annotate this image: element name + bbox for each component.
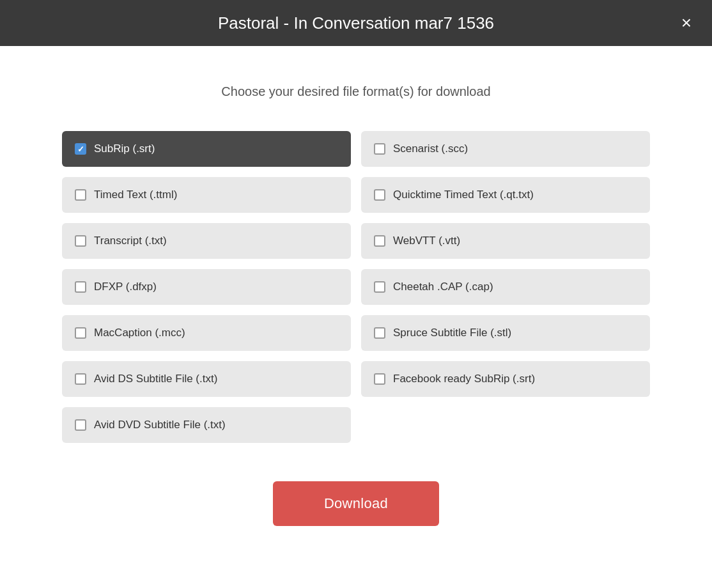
format-transcript[interactable]: ✓ Transcript (.txt) — [62, 223, 351, 259]
label-webvtt: WebVTT (.vtt) — [393, 235, 460, 247]
label-cheetah: Cheetah .CAP (.cap) — [393, 281, 493, 293]
checkbox-transcript: ✓ — [75, 235, 86, 247]
checkbox-cheetah: ✓ — [374, 281, 385, 293]
checkbox-scenarist: ✓ — [374, 143, 385, 155]
label-quicktime: Quicktime Timed Text (.qt.txt) — [393, 189, 534, 201]
format-scenarist[interactable]: ✓ Scenarist (.scc) — [361, 131, 650, 167]
checkbox-spruce: ✓ — [374, 327, 385, 339]
checkbox-quicktime: ✓ — [374, 189, 385, 201]
dialog-title: Pastoral - In Conversation mar7 1536 — [218, 13, 494, 33]
label-dfxp: DFXP (.dfxp) — [94, 281, 157, 293]
format-dfxp[interactable]: ✓ DFXP (.dfxp) — [62, 269, 351, 305]
label-transcript: Transcript (.txt) — [94, 235, 167, 247]
checkbox-facebook: ✓ — [374, 373, 385, 385]
checkbox-avid-dvd: ✓ — [75, 419, 86, 431]
label-maccaption: MacCaption (.mcc) — [94, 327, 185, 339]
format-facebook[interactable]: ✓ Facebook ready SubRip (.srt) — [361, 361, 650, 397]
check-subrip: ✓ — [77, 144, 84, 154]
format-subrip[interactable]: ✓ SubRip (.srt) — [62, 131, 351, 167]
format-webvtt[interactable]: ✓ WebVTT (.vtt) — [361, 223, 650, 259]
checkbox-dfxp: ✓ — [75, 281, 86, 293]
label-avid-dvd: Avid DVD Subtitle File (.txt) — [94, 419, 226, 431]
format-spruce[interactable]: ✓ Spruce Subtitle File (.stl) — [361, 315, 650, 351]
checkbox-webvtt: ✓ — [374, 235, 385, 247]
label-scenarist: Scenarist (.scc) — [393, 143, 468, 155]
title-bar: Pastoral - In Conversation mar7 1536 × — [0, 0, 712, 46]
content-area: Choose your desired file format(s) for d… — [0, 46, 712, 588]
label-facebook: Facebook ready SubRip (.srt) — [393, 373, 535, 385]
close-button[interactable]: × — [676, 12, 697, 35]
format-timedtext[interactable]: ✓ Timed Text (.ttml) — [62, 177, 351, 213]
checkbox-maccaption: ✓ — [75, 327, 86, 339]
format-avid-dvd[interactable]: ✓ Avid DVD Subtitle File (.txt) — [62, 407, 351, 443]
format-cheetah[interactable]: ✓ Cheetah .CAP (.cap) — [361, 269, 650, 305]
empty-cell — [361, 407, 650, 443]
formats-grid: ✓ SubRip (.srt) ✓ Scenarist (.scc) ✓ Tim… — [62, 131, 650, 443]
label-spruce: Spruce Subtitle File (.stl) — [393, 327, 511, 339]
label-timedtext: Timed Text (.ttml) — [94, 189, 177, 201]
format-maccaption[interactable]: ✓ MacCaption (.mcc) — [62, 315, 351, 351]
subtitle-text: Choose your desired file format(s) for d… — [221, 84, 490, 99]
checkbox-subrip: ✓ — [75, 143, 86, 155]
checkbox-avid-ds: ✓ — [75, 373, 86, 385]
format-avid-ds[interactable]: ✓ Avid DS Subtitle File (.txt) — [62, 361, 351, 397]
download-button[interactable]: Download — [273, 481, 439, 526]
dialog: Pastoral - In Conversation mar7 1536 × C… — [0, 0, 712, 588]
format-quicktime[interactable]: ✓ Quicktime Timed Text (.qt.txt) — [361, 177, 650, 213]
label-subrip: SubRip (.srt) — [94, 143, 155, 155]
label-avid-ds: Avid DS Subtitle File (.txt) — [94, 373, 217, 385]
checkbox-timedtext: ✓ — [75, 189, 86, 201]
